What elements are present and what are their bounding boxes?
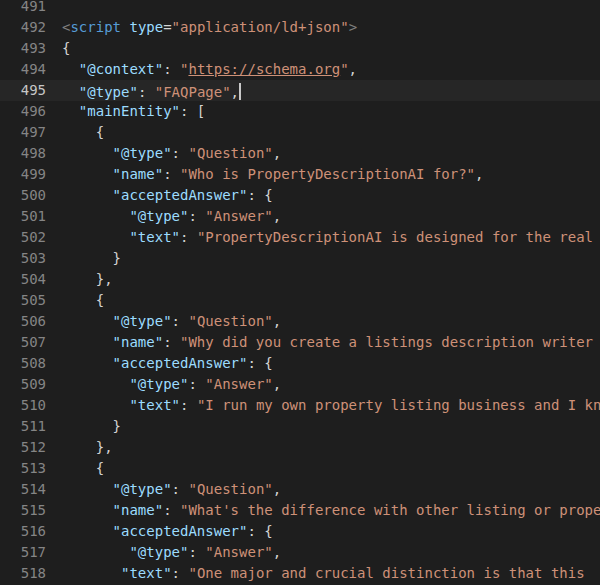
- code-line[interactable]: 498 "@type": "Question",: [0, 143, 600, 164]
- code-line[interactable]: 492<script type="application/ld+json">: [0, 17, 600, 38]
- code-line[interactable]: 510 "text": "I run my own property listi…: [0, 395, 600, 416]
- line-number[interactable]: 518: [0, 563, 46, 584]
- token-k: "text": [129, 229, 180, 245]
- line-number[interactable]: 505: [0, 290, 46, 311]
- token-k: "name": [113, 502, 164, 518]
- token-ws: [62, 250, 113, 266]
- token-ws: [62, 481, 113, 497]
- line-number[interactable]: 504: [0, 269, 46, 290]
- line-number[interactable]: 496: [0, 101, 46, 122]
- token-p: :: [172, 313, 189, 329]
- code-text: "name": "What's the difference with othe…: [46, 500, 600, 521]
- line-number[interactable]: 517: [0, 542, 46, 563]
- line-number[interactable]: 503: [0, 248, 46, 269]
- token-p: {: [96, 124, 104, 140]
- code-line[interactable]: 503 }: [0, 248, 600, 269]
- line-number[interactable]: 511: [0, 416, 46, 437]
- token-ws: [62, 84, 79, 100]
- line-number[interactable]: 493: [0, 38, 46, 59]
- token-k: "name": [113, 334, 164, 350]
- code-line[interactable]: 502 "text": "PropertyDescriptionAI is de…: [0, 227, 600, 248]
- line-number[interactable]: 506: [0, 311, 46, 332]
- line-number[interactable]: 514: [0, 479, 46, 500]
- code-text: "text": "PropertyDescriptionAI is design…: [46, 227, 600, 248]
- code-line[interactable]: 512 },: [0, 437, 600, 458]
- token-k: "text": [121, 565, 172, 581]
- code-editor[interactable]: 491492<script type="application/ld+json"…: [0, 0, 600, 584]
- token-ws: [62, 502, 113, 518]
- code-line[interactable]: 517 "@type": "Answer",: [0, 542, 600, 563]
- token-p: }: [113, 250, 121, 266]
- code-text: "@type": "Question",: [46, 479, 600, 500]
- line-number[interactable]: 497: [0, 122, 46, 143]
- code-line[interactable]: 509 "@type": "Answer",: [0, 374, 600, 395]
- code-line[interactable]: 511 }: [0, 416, 600, 437]
- line-number[interactable]: 508: [0, 353, 46, 374]
- line-number[interactable]: 516: [0, 521, 46, 542]
- line-number[interactable]: 491: [0, 0, 46, 17]
- code-line[interactable]: 515 "name": "What's the difference with …: [0, 500, 600, 521]
- code-text: "acceptedAnswer": {: [46, 185, 600, 206]
- token-ws: [62, 229, 129, 245]
- line-number[interactable]: 515: [0, 500, 46, 521]
- code-line[interactable]: 507 "name": "Why did you create a listin…: [0, 332, 600, 353]
- token-ws: [62, 523, 113, 539]
- code-line[interactable]: 506 "@type": "Question",: [0, 311, 600, 332]
- code-line[interactable]: 495 "@type": "FAQPage",: [0, 80, 600, 101]
- code-text: },: [46, 437, 600, 458]
- token-p: :: [172, 481, 189, 497]
- code-line[interactable]: 505 {: [0, 290, 600, 311]
- line-number[interactable]: 513: [0, 458, 46, 479]
- code-line[interactable]: 493{: [0, 38, 600, 59]
- code-line[interactable]: 516 "acceptedAnswer": {: [0, 521, 600, 542]
- code-text: "@type": "Answer",: [46, 542, 600, 563]
- token-k: "name": [113, 166, 164, 182]
- token-ws: [62, 355, 113, 371]
- token-ws: [62, 166, 113, 182]
- code-line[interactable]: 518 "text": "One major and crucial disti…: [0, 563, 600, 584]
- line-number[interactable]: 509: [0, 374, 46, 395]
- token-s: "Who is PropertyDescriptionAI for?": [180, 166, 475, 182]
- code-line[interactable]: 499 "name": "Who is PropertyDescriptionA…: [0, 164, 600, 185]
- line-number[interactable]: 502: [0, 227, 46, 248]
- token-p: },: [96, 271, 113, 287]
- token-tag: script: [70, 19, 121, 35]
- line-number[interactable]: 492: [0, 17, 46, 38]
- code-line[interactable]: 497 {: [0, 122, 600, 143]
- code-line[interactable]: 494 "@context": "https://schema.org",: [0, 59, 600, 80]
- line-number[interactable]: 498: [0, 143, 46, 164]
- token-k: "mainEntity": [79, 103, 180, 119]
- token-k: "@type": [129, 376, 188, 392]
- token-s: "Question": [188, 481, 272, 497]
- code-text: "name": "Why did you create a listings d…: [46, 332, 600, 353]
- line-number[interactable]: 500: [0, 185, 46, 206]
- token-s: "I run my own property listing business …: [197, 397, 600, 413]
- line-number[interactable]: 499: [0, 164, 46, 185]
- code-text: "acceptedAnswer": {: [46, 521, 600, 542]
- line-number[interactable]: 501: [0, 206, 46, 227]
- token-p: :: [172, 145, 189, 161]
- token-k: "text": [129, 397, 180, 413]
- code-line[interactable]: 500 "acceptedAnswer": {: [0, 185, 600, 206]
- line-number[interactable]: 495: [0, 80, 46, 101]
- token-s: "Question": [188, 313, 272, 329]
- token-k: "@type": [113, 145, 172, 161]
- code-line[interactable]: 491: [0, 0, 600, 17]
- code-line[interactable]: 508 "acceptedAnswer": {: [0, 353, 600, 374]
- token-p: :: [188, 376, 205, 392]
- code-line[interactable]: 496 "mainEntity": [: [0, 101, 600, 122]
- line-number[interactable]: 512: [0, 437, 46, 458]
- token-s: "Question": [188, 145, 272, 161]
- token-s: "Why did you create a listings descripti…: [180, 334, 593, 350]
- code-line[interactable]: 504 },: [0, 269, 600, 290]
- token-s: "FAQPage": [155, 84, 231, 100]
- code-line[interactable]: 501 "@type": "Answer",: [0, 206, 600, 227]
- line-number[interactable]: 507: [0, 332, 46, 353]
- code-line[interactable]: 514 "@type": "Question",: [0, 479, 600, 500]
- token-ws: [62, 103, 79, 119]
- line-number[interactable]: 494: [0, 59, 46, 80]
- line-number[interactable]: 510: [0, 395, 46, 416]
- code-text: "name": "Who is PropertyDescriptionAI fo…: [46, 164, 600, 185]
- code-line[interactable]: 513 {: [0, 458, 600, 479]
- token-ab: >: [349, 19, 357, 35]
